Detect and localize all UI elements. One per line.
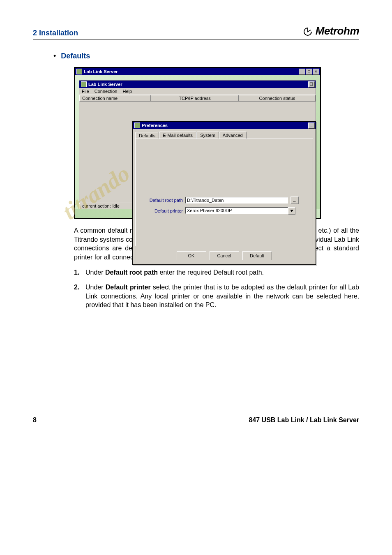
- restore-button[interactable]: ❐: [308, 81, 315, 88]
- preferences-dialog: Preferences _ Defaults E-Mail defaults S…: [132, 121, 316, 265]
- minimize-button[interactable]: _: [299, 69, 305, 75]
- col-connection-status[interactable]: Connection status: [239, 95, 316, 102]
- menu-file[interactable]: File: [82, 89, 89, 94]
- bullet-dot: •: [53, 52, 56, 60]
- column-headers: Connection name TCP/IP address Connectio…: [79, 95, 316, 102]
- default-root-path-input[interactable]: [185, 197, 288, 204]
- prefs-titlebar: Preferences _: [133, 122, 316, 129]
- outer-window: Lab Link Server _ □ × Lab Link Server ❐: [74, 67, 321, 219]
- app-icon: [76, 69, 82, 74]
- inner-titlebar: Lab Link Server ❐: [79, 81, 316, 88]
- brand-text: Metrohm: [316, 25, 359, 37]
- outer-window-title: Lab Link Server: [84, 69, 118, 74]
- doc-title: 847 USB Lab Link / Lab Link Server: [249, 416, 359, 424]
- status-bar: current action: idle: [79, 203, 138, 209]
- outer-titlebar: Lab Link Server _ □ ×: [75, 68, 320, 75]
- close-button[interactable]: ×: [313, 69, 319, 75]
- tab-pane-defaults: Default root path ... Default printer: [135, 139, 313, 246]
- maximize-button[interactable]: □: [306, 69, 312, 75]
- step-1: 1. Under Default root path enter the req…: [74, 268, 359, 277]
- inner-window-title: Lab Link Server: [88, 82, 122, 87]
- status-value: idle: [113, 204, 120, 208]
- prefs-title: Preferences: [142, 123, 168, 128]
- chevron-down-icon[interactable]: [288, 207, 295, 215]
- tab-defaults[interactable]: Defaults: [135, 132, 159, 139]
- app-icon: [134, 123, 140, 128]
- browse-button[interactable]: ...: [291, 197, 299, 204]
- ok-button[interactable]: OK: [177, 251, 206, 260]
- step-2: 2. Under Default printer select the prin…: [74, 283, 359, 310]
- menu-help[interactable]: Help: [123, 89, 132, 94]
- prefs-minimize-button[interactable]: _: [308, 123, 315, 129]
- brand-icon: [302, 27, 313, 36]
- tab-advanced[interactable]: Advanced: [219, 132, 247, 139]
- tab-system[interactable]: System: [196, 132, 219, 139]
- default-printer-combo[interactable]: [185, 207, 295, 215]
- default-printer-input[interactable]: [185, 207, 288, 214]
- menubar: File Connection Help: [79, 88, 316, 95]
- brand-logo: Metrohm: [302, 25, 359, 37]
- app-icon: [81, 81, 87, 87]
- menu-connection[interactable]: Connection: [95, 89, 118, 94]
- tabs-row: Defaults E-Mail defaults System Advanced: [135, 132, 313, 139]
- default-printer-label: Default printer: [144, 208, 183, 213]
- default-button[interactable]: Default: [242, 251, 272, 260]
- dialog-button-row: OK Cancel Default: [133, 249, 316, 264]
- tab-email-defaults[interactable]: E-Mail defaults: [159, 132, 196, 139]
- col-connection-name[interactable]: Connection name: [79, 95, 151, 102]
- bullet-label: Defaults: [61, 52, 90, 60]
- section-heading: 2 Installation: [33, 29, 78, 37]
- default-root-path-label: Default root path: [144, 198, 183, 203]
- status-label: current action:: [82, 204, 111, 208]
- cancel-button[interactable]: Cancel: [210, 251, 239, 260]
- page-number: 8: [33, 416, 37, 424]
- col-tcpip-address[interactable]: TCP/IP address: [151, 95, 239, 102]
